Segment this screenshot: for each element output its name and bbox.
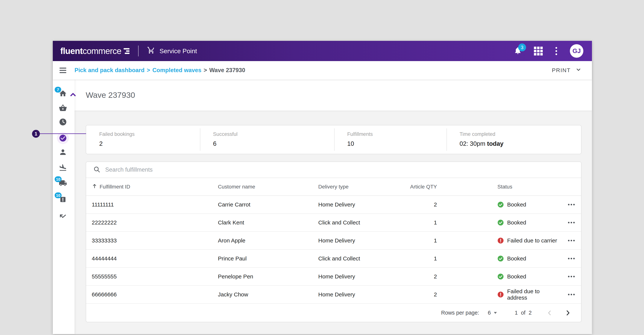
cart-icon: [147, 46, 155, 56]
breadcrumb-link-completed-waves[interactable]: Completed waves: [152, 67, 202, 74]
cell-fulfillment-id: 22222222: [92, 219, 218, 226]
person-icon: [59, 148, 67, 156]
sort-ascending-icon: [92, 183, 97, 190]
breadcrumb-bar: Pick and pack dashboard > Completed wave…: [53, 61, 592, 80]
basket-icon: [59, 104, 67, 112]
home-count-badge: 7: [55, 87, 61, 93]
column-header-article-qty[interactable]: Article QTY: [400, 184, 437, 190]
page-header: Wave 237930: [74, 80, 592, 111]
status-success-icon: [498, 273, 504, 280]
status-badge: Failed due to address: [498, 288, 560, 301]
cell-delivery-type: Home Delivery: [318, 291, 400, 298]
status-text: Booked: [507, 219, 526, 226]
column-header-customer-name[interactable]: Customer name: [218, 184, 318, 190]
chevron-right-icon: [564, 309, 571, 316]
page-indicator: 1 of 2: [515, 310, 532, 316]
page-title: Wave 237930: [86, 91, 135, 100]
print-button[interactable]: PRINT: [552, 67, 582, 74]
status-badge: Booked: [498, 219, 560, 226]
sidebar-item-history[interactable]: [58, 117, 68, 127]
overflow-menu-button[interactable]: [555, 46, 558, 56]
column-header-fulfillment-id[interactable]: Fulfillment ID: [92, 183, 218, 190]
table-row[interactable]: 44444444 Prince Paul Click and Collect 1…: [86, 250, 581, 268]
search-input[interactable]: [105, 166, 576, 173]
status-success-icon: [498, 201, 504, 208]
annotation-marker-1: 1: [32, 130, 40, 138]
notification-count-badge: 3: [518, 44, 526, 51]
cell-delivery-type: Click and Collect: [318, 255, 400, 262]
row-actions-button[interactable]: [567, 256, 576, 261]
cell-fulfillment-id: 55555555: [92, 273, 218, 280]
print-label: PRINT: [552, 67, 570, 74]
table-row[interactable]: 22222222 Clark Kent Click and Collect 1 …: [86, 214, 581, 232]
status-badge: Booked: [498, 273, 560, 280]
sidebar-item-exceptions[interactable]: 10: [58, 194, 68, 204]
brand-mark-icon: [124, 48, 130, 54]
table-body: 11111111 Carrie Carrot Home Delivery 2 B…: [86, 196, 581, 304]
bell-icon: [514, 52, 522, 55]
flight-landing-icon: [59, 164, 67, 172]
of-label: of: [521, 310, 526, 316]
row-actions-button[interactable]: [567, 202, 576, 207]
row-actions-button[interactable]: [567, 274, 576, 279]
status-badge: Booked: [498, 201, 560, 208]
user-avatar[interactable]: GJ: [570, 44, 583, 58]
chevron-up-icon: [69, 91, 77, 100]
cell-delivery-type: Home Delivery: [318, 237, 400, 244]
row-actions-button[interactable]: [567, 220, 576, 225]
status-error-icon: [498, 291, 504, 298]
rows-per-page-label: Rows per page:: [441, 310, 479, 316]
row-actions-button[interactable]: [567, 238, 576, 243]
shipping-count-badge: 10: [55, 176, 62, 182]
stat-label: Fulfillments: [347, 131, 446, 137]
pagination-bar: Rows per page: 6 1 of 2: [86, 304, 581, 322]
table-row[interactable]: 33333333 Aron Apple Home Delivery 1 Fail…: [86, 232, 581, 250]
stat-failed-bookings: Failed bookings 2: [86, 125, 200, 154]
sidebar-item-home[interactable]: 7: [58, 88, 68, 99]
total-pages: 2: [529, 310, 532, 316]
exceptions-count-badge: 10: [55, 192, 62, 198]
cell-delivery-type: Click and Collect: [318, 219, 400, 226]
sidebar-item-arrivals[interactable]: [58, 162, 68, 173]
stat-label: Failed bookings: [99, 131, 200, 137]
sidebar-item-customers[interactable]: [58, 147, 68, 157]
rows-per-page-select[interactable]: 6: [488, 310, 497, 316]
app-switcher-current[interactable]: Service Point: [147, 46, 197, 56]
column-header-delivery-type[interactable]: Delivery type: [318, 184, 400, 190]
cell-customer-name: Prince Paul: [218, 255, 318, 262]
table-row[interactable]: 55555555 Penelope Pen Home Delivery 2 Bo…: [86, 268, 581, 286]
status-text: Booked: [507, 201, 526, 208]
breadcrumb-current: Wave 237930: [209, 67, 245, 74]
stat-value: 2: [99, 140, 200, 147]
apps-grid-button[interactable]: [534, 47, 543, 56]
previous-page-button[interactable]: [546, 309, 553, 316]
status-success-icon: [498, 219, 504, 226]
sidebar-item-shipping[interactable]: 10: [58, 178, 68, 188]
status-badge: Failed due to carrier: [498, 237, 560, 244]
cell-customer-name: Penelope Pen: [218, 273, 318, 280]
cell-delivery-type: Home Delivery: [318, 201, 400, 208]
search-bar: [86, 162, 581, 178]
sidebar-item-pick-and-pack[interactable]: [58, 133, 68, 143]
breadcrumb: Pick and pack dashboard > Completed wave…: [74, 67, 245, 74]
notifications-button[interactable]: 3: [514, 47, 522, 56]
status-text: Booked: [507, 255, 526, 262]
sidebar-item-orders[interactable]: [58, 103, 68, 113]
header-divider: [138, 46, 138, 56]
status-error-icon: [498, 237, 504, 244]
table-row[interactable]: 66666666 Jacky Chow Home Delivery 2 Fail…: [86, 286, 581, 304]
column-header-status[interactable]: Status: [498, 184, 560, 190]
breadcrumb-link-dashboard[interactable]: Pick and pack dashboard: [74, 67, 144, 74]
sidebar-item-returns[interactable]: [58, 211, 68, 222]
brand-name-light: commerce: [82, 46, 121, 56]
cell-fulfillment-id: 66666666: [92, 291, 218, 298]
menu-icon[interactable]: [60, 68, 66, 73]
fluentcommerce-logo[interactable]: fluent commerce: [60, 46, 130, 56]
row-actions-button[interactable]: [567, 292, 576, 297]
chevron-down-icon: [576, 67, 582, 74]
next-page-button[interactable]: [564, 309, 571, 316]
cell-article-qty: 2: [400, 273, 437, 280]
table-row[interactable]: 11111111 Carrie Carrot Home Delivery 2 B…: [86, 196, 581, 214]
status-badge: Booked: [498, 255, 560, 262]
top-app-bar: fluent commerce Service Point 3: [53, 41, 592, 61]
